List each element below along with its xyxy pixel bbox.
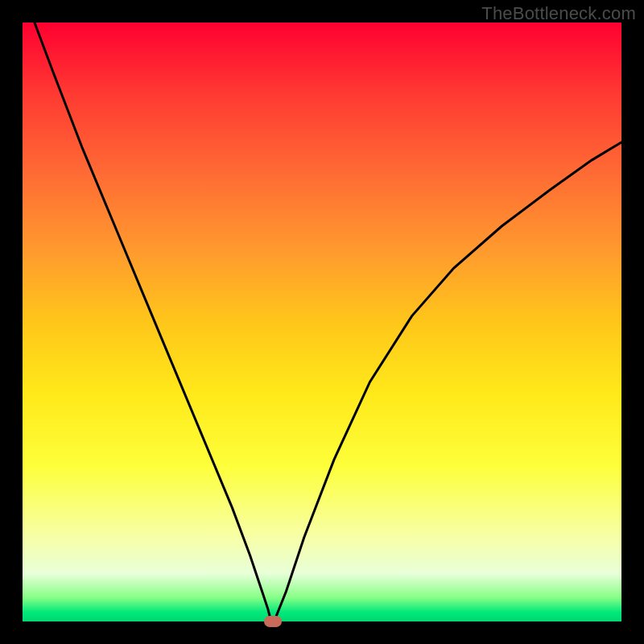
bottleneck-curve: [23, 23, 621, 621]
optimum-marker: [264, 616, 282, 627]
plot-area: [23, 23, 621, 621]
chart-frame: TheBottleneck.com: [0, 0, 644, 644]
curve-path: [35, 23, 621, 621]
watermark-text: TheBottleneck.com: [481, 3, 636, 24]
